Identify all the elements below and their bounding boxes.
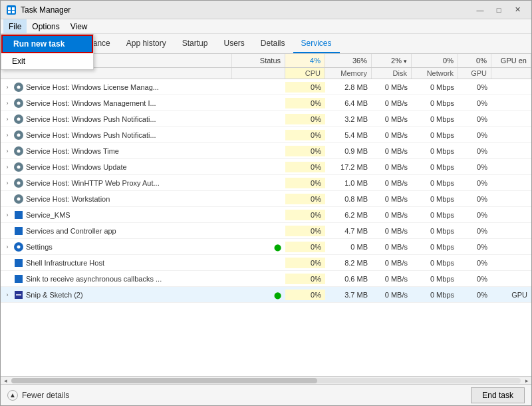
col-header-disk[interactable]: 2% ▾ (372, 54, 412, 67)
table-row[interactable]: ›Service Host: Windows Push Notificati..… (1, 127, 531, 143)
process-name-text: Service Host: Windows Management I... (26, 99, 156, 107)
menu-file[interactable]: File (3, 19, 27, 33)
cpu-cell: 0% (285, 178, 325, 188)
expand-arrow[interactable]: › (3, 163, 11, 171)
name-cell: ›Service Host: Windows Push Notificati..… (1, 129, 232, 141)
expand-arrow[interactable]: › (3, 115, 11, 123)
table-row[interactable]: ›Service Host: Windows Time0%0.9 MB0 MB/… (1, 143, 531, 159)
table-row[interactable]: ›Service Host: Windows Push Notificati..… (1, 111, 531, 127)
expand-arrow[interactable] (3, 195, 11, 203)
memory-cell: 4.7 MB (325, 226, 372, 236)
table-row[interactable]: ›Service Host: Windows Update0%17.2 MB0 … (1, 159, 531, 175)
table-row[interactable]: Services and Controller app0%4.7 MB0 MB/… (1, 223, 531, 239)
process-name-text: Settings (26, 243, 53, 251)
expand-arrow[interactable]: › (3, 131, 11, 139)
name-cell: ›Service Host: Windows Management I... (1, 97, 232, 109)
process-icon (14, 210, 23, 220)
disk-cell: 0 MB/s (372, 114, 412, 124)
gpu-cell: 0% (458, 226, 491, 236)
gpuen-cell: GPU (491, 290, 531, 300)
table-row[interactable]: ›Service Host: Windows License Manag...0… (1, 79, 531, 95)
expand-arrow[interactable]: › (3, 179, 11, 187)
memory-cell: 0.8 MB (325, 194, 372, 204)
process-name-text: Sink to receive asynchronous callbacks .… (26, 275, 162, 283)
menu-view[interactable]: View (65, 19, 93, 33)
col-header-gpuen[interactable]: GPU en (491, 54, 531, 67)
svg-point-24 (17, 245, 21, 248)
memory-cell: 0 MB (325, 242, 372, 252)
expand-arrow[interactable] (3, 259, 11, 267)
status-cell (232, 182, 285, 184)
horizontal-scrollbar[interactable]: ◂ ▸ (1, 376, 531, 384)
status-cell: ⬤ (232, 290, 285, 300)
run-new-task-item[interactable]: Run new task (1, 35, 93, 53)
disk-cell: 0 MB/s (372, 226, 412, 236)
disk-cell: 0 MB/s (372, 258, 412, 268)
exit-item[interactable]: Exit (1, 53, 93, 69)
menu-options[interactable]: Options (27, 19, 65, 33)
tab-users[interactable]: Users (215, 34, 252, 53)
table-row[interactable]: ›Settings⬤0%0 MB0 MB/s0 Mbps0% (1, 239, 531, 255)
expand-arrow[interactable]: › (3, 83, 11, 91)
col-header-status[interactable]: Status (232, 54, 285, 67)
gpu-cell: 0% (458, 82, 491, 93)
table-row[interactable]: Shell Infrastructure Host0%8.2 MB0 MB/s0… (1, 255, 531, 271)
end-task-button[interactable]: End task (471, 387, 525, 403)
disk-cell: 0 MB/s (372, 178, 412, 188)
col-header-network[interactable]: 0% (412, 54, 458, 67)
scroll-left-arrow[interactable]: ◂ (1, 377, 10, 385)
expand-arrow[interactable]: › (3, 291, 11, 299)
disk-cell: 0 MB/s (372, 146, 412, 156)
fewer-details-icon: ▲ (7, 390, 18, 401)
name-cell: ›Service Host: Windows License Manag... (1, 81, 232, 93)
close-button[interactable]: ✕ (509, 3, 526, 17)
svg-point-6 (17, 85, 21, 89)
gpuen-cell (491, 198, 531, 200)
table-row[interactable]: ›Snip & Sketch (2)⬤0%3.7 MB0 MB/s0 Mbps0… (1, 287, 531, 303)
table-row[interactable]: ›Service_KMS0%6.2 MB0 MB/s0 Mbps0% (1, 207, 531, 223)
tab-services[interactable]: Services (293, 34, 340, 53)
process-name-text: Service Host: Windows Push Notificati... (26, 131, 156, 139)
cpu-cell: 0% (285, 130, 325, 140)
table-row[interactable]: Service Host: Workstation0%0.8 MB0 MB/s0… (1, 191, 531, 207)
expand-arrow[interactable]: › (3, 243, 11, 251)
disk-cell: 0 MB/s (372, 82, 412, 93)
scroll-right-arrow[interactable]: ▸ (522, 377, 531, 385)
table-row[interactable]: ›Service Host: Windows Management I...0%… (1, 95, 531, 111)
tab-app-history[interactable]: App history (118, 34, 174, 53)
status-cell (232, 102, 285, 104)
col-sub-disk: Disk (372, 68, 412, 79)
expand-arrow[interactable] (3, 227, 11, 235)
table-row[interactable]: ›Service Host: WinHTTP Web Proxy Aut...0… (1, 175, 531, 191)
minimize-button[interactable]: — (471, 3, 489, 17)
fewer-details-label: Fewer details (22, 391, 69, 400)
process-icon (14, 146, 23, 156)
col-header-memory[interactable]: 36% (325, 54, 372, 67)
col-header-cpu[interactable]: 4% (285, 54, 325, 67)
expand-arrow[interactable]: › (3, 99, 11, 107)
gpu-cell: 0% (458, 258, 491, 268)
tab-startup[interactable]: Startup (174, 34, 216, 53)
col-header-gpu[interactable]: 0% (458, 54, 491, 67)
memory-cell: 1.0 MB (325, 178, 372, 188)
process-name-text: Service Host: Windows Time (26, 147, 119, 155)
network-cell: 0 Mbps (412, 274, 458, 284)
table-row[interactable]: Sink to receive asynchronous callbacks .… (1, 271, 531, 287)
svg-point-12 (17, 133, 21, 136)
gpu-cell: 0% (458, 194, 491, 204)
expand-arrow[interactable]: › (3, 211, 11, 219)
fewer-details-button[interactable]: ▲ Fewer details (7, 390, 69, 401)
status-cell (232, 166, 285, 168)
process-name-text: Service Host: Windows Push Notificati... (26, 115, 156, 123)
tab-details[interactable]: Details (253, 34, 293, 53)
title-bar: Task Manager — □ ✕ (1, 1, 531, 19)
expand-arrow[interactable]: › (3, 147, 11, 155)
expand-arrow[interactable] (3, 275, 11, 283)
maximize-button[interactable]: □ (490, 3, 507, 17)
scroll-thumb[interactable] (11, 378, 317, 383)
scroll-track[interactable] (11, 378, 521, 383)
disk-cell: 0 MB/s (372, 194, 412, 204)
gpu-cell: 0% (458, 178, 491, 188)
svg-rect-26 (15, 275, 23, 283)
name-cell: ›Service Host: Windows Time (1, 145, 232, 157)
